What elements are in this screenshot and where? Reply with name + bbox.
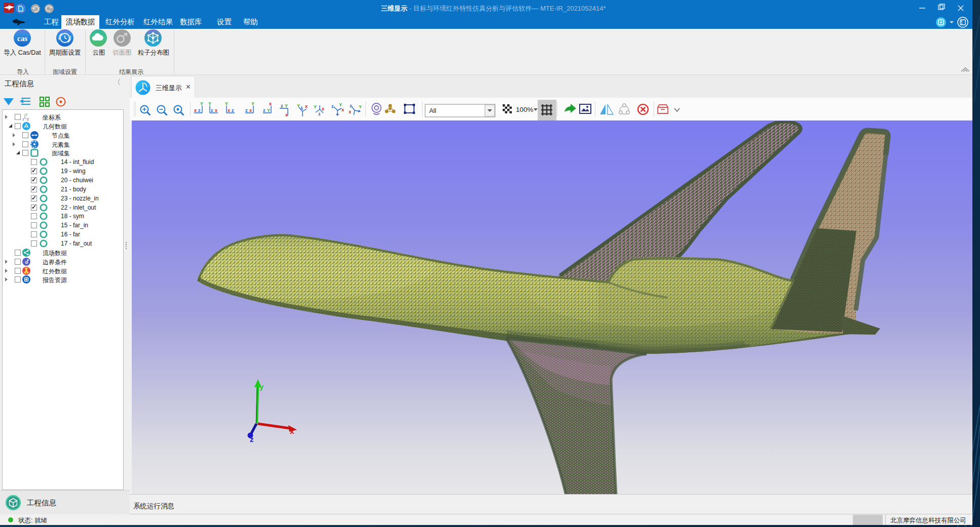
svg-text:x: x [285,112,288,117]
svg-text:z: z [318,111,321,116]
svg-text:z: z [232,108,234,113]
svg-text:Y: Y [339,102,342,107]
svg-text:x: x [249,108,252,113]
svg-text:x: x [290,427,294,435]
svg-text:x: x [349,109,351,114]
svg-text:All: All [429,107,436,114]
svg-text:z: z [211,108,213,113]
svg-text:Y: Y [285,103,288,108]
svg-text:x: x [228,108,230,113]
svg-text:z: z [198,108,201,113]
svg-text:x: x [305,104,308,109]
svg-text:Y: Y [208,101,211,106]
svg-text:cas: cas [17,34,27,43]
svg-text:Y: Y [267,108,270,113]
svg-text:100%: 100% [516,106,534,113]
svg-text:Y: Y [297,103,300,108]
svg-text:z: z [281,103,283,108]
svg-text:Y: Y [359,104,362,109]
svg-text:z: z [245,108,248,113]
svg-text:z: z [350,103,352,108]
svg-text:x: x [215,108,217,113]
svg-text:x: x [194,108,197,113]
svg-text:Y: Y [225,101,228,106]
svg-text:y: y [259,382,264,391]
svg-text:z: z [250,435,254,443]
svg-text:z: z [331,104,334,109]
svg-text:x: x [322,106,324,111]
svg-text:Y: Y [314,104,317,109]
svg-text:z: z [22,117,24,121]
svg-text:x: x [269,101,272,106]
svg-text:z: z [263,108,266,113]
svg-text:λ: λ [300,106,303,111]
svg-text:Y: Y [251,101,254,106]
svg-text:x: x [342,107,344,112]
svg-text:Y: Y [200,101,203,106]
svg-text:Y: Y [25,113,28,116]
